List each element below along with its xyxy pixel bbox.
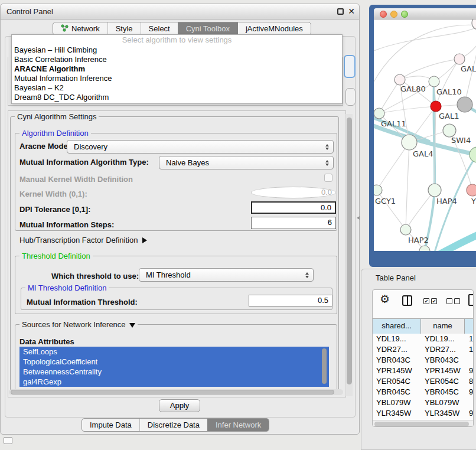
- algorithm-option[interactable]: Dream8 DC_TDC Algorithm: [12, 93, 342, 102]
- network-node[interactable]: [428, 184, 441, 197]
- network-node[interactable]: [400, 224, 411, 235]
- close-traffic-light-icon[interactable]: [380, 11, 387, 18]
- network-node[interactable]: [374, 108, 384, 119]
- table-column-header[interactable]: name: [421, 319, 465, 334]
- mi-algorithm-type-select[interactable]: Naive Bayes: [159, 156, 334, 169]
- network-node[interactable]: [467, 184, 476, 196]
- network-node[interactable]: [374, 185, 382, 195]
- unchecked-box-icon[interactable]: [446, 298, 452, 304]
- table-column-header[interactable]: A: [465, 319, 474, 334]
- sources-group-title[interactable]: Sources for Network Inference: [19, 320, 138, 329]
- data-attribute-item[interactable]: TopologicalCoefficient: [19, 357, 329, 367]
- kernel-width-input[interactable]: 0.0: [251, 187, 336, 198]
- tab-impute-data[interactable]: Impute Data: [82, 419, 139, 431]
- tab-discretize-data-label: Discretize Data: [148, 420, 200, 429]
- table-row[interactable]: YER054CYER054C8.: [373, 376, 474, 387]
- network-node[interactable]: [454, 54, 465, 64]
- algorithm-option[interactable]: Bayesian – K2: [12, 83, 342, 93]
- dpi-tolerance-input[interactable]: 0.0: [251, 201, 336, 214]
- close-icon[interactable]: ✕: [348, 6, 355, 16]
- table-row[interactable]: YLR345WYLR345W9.: [373, 408, 474, 419]
- tab-style[interactable]: Style: [107, 22, 141, 35]
- which-threshold-value: MI Threshold: [146, 270, 191, 279]
- tab-discretize-data[interactable]: Discretize Data: [139, 419, 207, 431]
- mi-threshold-input[interactable]: 0.5: [249, 295, 332, 306]
- network-node[interactable]: [443, 124, 456, 137]
- checked-box-icon[interactable]: ✔: [423, 298, 429, 304]
- network-node[interactable]: [395, 74, 405, 85]
- hub-definition-toggle[interactable]: Hub/Transcription Factor Definition: [19, 236, 147, 244]
- aracne-mode-select[interactable]: Discovery: [67, 140, 334, 154]
- unchecked-box-icon[interactable]: [454, 298, 460, 304]
- table-column-header[interactable]: shared...: [373, 319, 421, 334]
- network-node[interactable]: [429, 76, 439, 87]
- gear-icon[interactable]: ⚙: [380, 292, 390, 306]
- table-hscroll-thumb[interactable]: [374, 422, 469, 426]
- column-layout-icon[interactable]: [402, 295, 412, 306]
- minimize-traffic-light-icon[interactable]: [390, 11, 397, 18]
- table-cell: 9.: [469, 387, 474, 397]
- apply-button[interactable]: Apply: [159, 399, 200, 412]
- table-horizontal-scrollbar[interactable]: [373, 420, 474, 427]
- control-panel-titlebar: Control Panel ✕: [1, 4, 359, 19]
- table-row[interactable]: YPR145WYPR145W9.: [373, 366, 474, 376]
- settings-vscroll-thumb[interactable]: [347, 118, 352, 384]
- data-attribute-item[interactable]: gal4RGexp: [19, 377, 329, 387]
- manual-kernel-width-checkbox[interactable]: [324, 174, 332, 182]
- tab-infer-network-label: Infer Network: [216, 420, 261, 429]
- table-cell: YDL19...: [425, 334, 455, 344]
- mi-steps-input[interactable]: 6: [251, 217, 336, 229]
- combo-stepper-icon: [305, 272, 309, 278]
- attributes-scrollbar-thumb[interactable]: [322, 348, 327, 384]
- table-row[interactable]: YDR27...YDR27...12: [373, 344, 474, 355]
- network-edge[interactable]: [379, 106, 436, 113]
- network-node[interactable]: [431, 101, 441, 112]
- network-node[interactable]: [457, 97, 472, 112]
- table-row[interactable]: YDL19...YDL19...13: [373, 334, 474, 344]
- network-node-label: GAL4: [413, 149, 433, 158]
- algorithm-dropdown-list: Bayesian – Hill ClimbingBasic Correlatio…: [12, 45, 342, 102]
- which-threshold-select[interactable]: MI Threshold: [139, 268, 314, 282]
- tab-infer-network[interactable]: Infer Network: [207, 419, 269, 431]
- settings-hscroll-thumb[interactable]: [11, 390, 334, 394]
- settings-vertical-scrollbar[interactable]: [345, 114, 353, 396]
- table-cell: YER054C: [376, 376, 410, 387]
- network-edge[interactable]: [374, 27, 476, 52]
- network-canvas[interactable]: GALGAL80GAL10GAL1GAL11SWI4GAL4GCY1HAP4YH…: [374, 19, 476, 251]
- float-window-icon[interactable]: [337, 8, 344, 15]
- kernel-width-label: Kernel Width (0,1):: [19, 190, 87, 198]
- settings-horizontal-scrollbar[interactable]: [9, 389, 343, 395]
- tab-network[interactable]: Network: [53, 22, 107, 35]
- algorithm-option[interactable]: Basic Correlation Inference: [12, 55, 342, 64]
- checked-box-icon[interactable]: ✔: [431, 298, 437, 304]
- tab-cyni-toolbox[interactable]: Cyni Toolbox: [178, 22, 237, 35]
- table-cell: 9.: [469, 366, 474, 376]
- tab-jactivemnodules[interactable]: jActiveMNodules: [237, 22, 311, 35]
- algorithm-option[interactable]: ARACNE Algorithm: [12, 64, 342, 74]
- collapsed-panel-icon[interactable]: [4, 437, 12, 444]
- algorithm-option[interactable]: Mutual Information Inference: [12, 74, 342, 83]
- dpi-tolerance-label: DPI Tolerance [0,1]:: [19, 205, 90, 214]
- network-edge[interactable]: [377, 142, 409, 190]
- data-attributes-list[interactable]: SelfLoopsTopologicalCoefficientBetweenne…: [19, 347, 329, 387]
- splitter-handle-icon[interactable]: [357, 216, 360, 220]
- expanded-arrow-icon: [129, 323, 135, 328]
- network-edge[interactable]: [379, 80, 400, 113]
- network-edge[interactable]: [406, 142, 409, 230]
- data-attribute-item[interactable]: SelfLoops: [19, 347, 329, 357]
- table-row[interactable]: YBR045CYBR045C9.: [373, 387, 474, 397]
- data-attribute-item[interactable]: BetweennessCentrality: [19, 367, 329, 377]
- control-panel-tabbar: Network Style Select Cyni Toolbox jActiv…: [53, 22, 311, 35]
- algorithm-option[interactable]: Bayesian – Hill Climbing: [12, 45, 342, 55]
- document-icon[interactable]: [468, 294, 474, 306]
- tab-select[interactable]: Select: [141, 22, 178, 35]
- network-node[interactable]: [402, 135, 417, 150]
- aracne-mode-value: Discovery: [74, 142, 107, 151]
- table-row[interactable]: YBR043CYBR043C: [373, 355, 474, 366]
- network-node[interactable]: [472, 19, 476, 30]
- zoom-traffic-light-icon[interactable]: [401, 11, 408, 18]
- network-edge[interactable]: [439, 234, 476, 251]
- network-edge[interactable]: [400, 59, 459, 80]
- network-node[interactable]: [470, 147, 476, 162]
- table-row[interactable]: YBL079WYBL079W: [373, 397, 474, 408]
